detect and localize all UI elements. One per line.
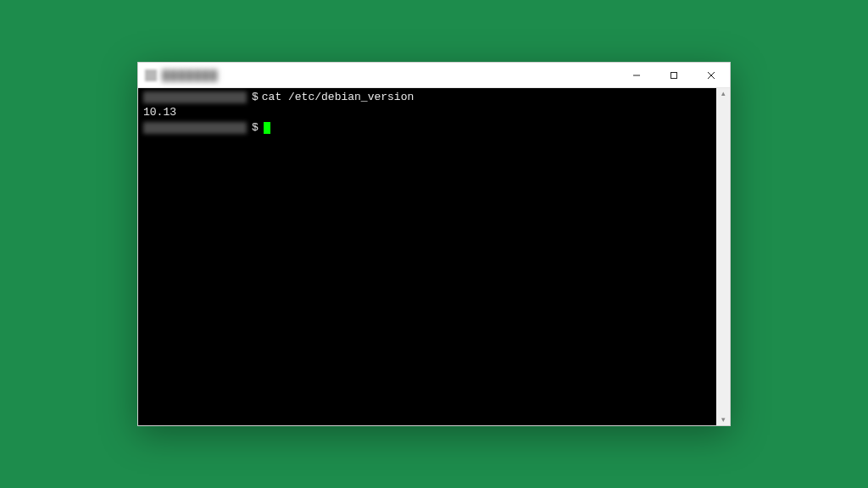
minimize-button[interactable] <box>618 63 655 87</box>
terminal-body: $ cat /etc/debian_version 10.13 $ ▴ ▾ <box>138 88 730 425</box>
prompt-symbol: $ <box>252 120 259 136</box>
window-app-icon <box>145 69 157 81</box>
terminal-window: ███████ $ cat /etc/debian_version 10.13 <box>137 62 731 426</box>
vertical-scrollbar[interactable]: ▴ ▾ <box>716 88 730 425</box>
terminal-line-prompt: $ <box>143 120 711 136</box>
scroll-up-arrow-icon[interactable]: ▴ <box>721 90 726 97</box>
svg-rect-1 <box>671 72 677 78</box>
maximize-button[interactable] <box>655 63 693 87</box>
terminal-line-command: $ cat /etc/debian_version <box>143 90 711 105</box>
close-button[interactable] <box>693 63 730 87</box>
command-text: cat /etc/debian_version <box>262 90 414 105</box>
titlebar-left: ███████ <box>145 69 219 81</box>
window-titlebar[interactable]: ███████ <box>138 63 730 88</box>
window-controls <box>618 63 730 87</box>
shell-prompt-redacted <box>143 122 247 134</box>
prompt-symbol: $ <box>252 90 259 105</box>
scroll-down-arrow-icon[interactable]: ▾ <box>721 416 726 424</box>
terminal-cursor <box>264 122 270 134</box>
terminal-line-output: 10.13 <box>143 105 711 120</box>
command-output: 10.13 <box>143 105 176 120</box>
shell-prompt-redacted <box>143 92 247 103</box>
terminal-content[interactable]: $ cat /etc/debian_version 10.13 $ <box>138 88 716 425</box>
window-title: ███████ <box>162 69 219 81</box>
